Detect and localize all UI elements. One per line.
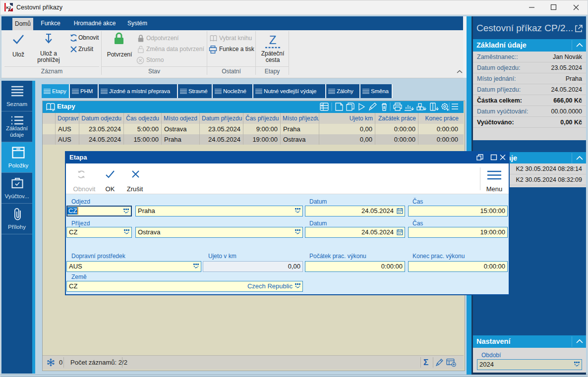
svg-text:K2: K2 [6,5,11,10]
